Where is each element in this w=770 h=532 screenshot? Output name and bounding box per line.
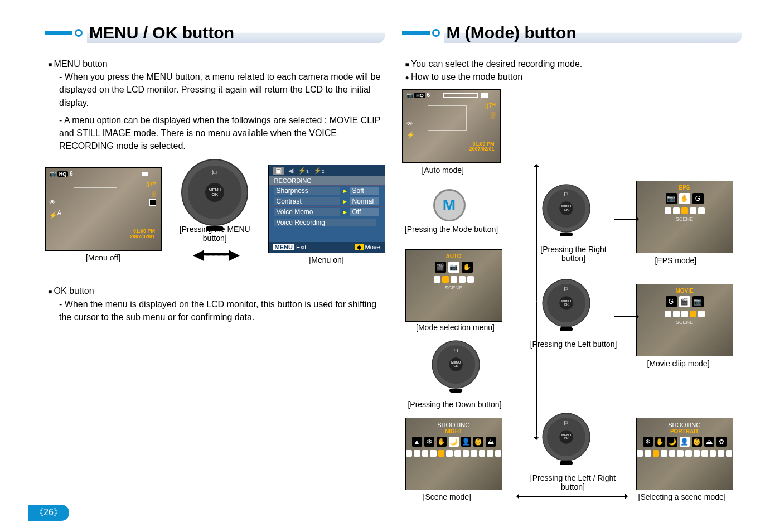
section-heading-left: MENU / OK button [45,22,385,43]
caption-selecting-scene: [Selecting a scene mode] [638,492,726,501]
menu-button-heading: MENU button [48,57,385,70]
caption-pressing-left: [Pressing the Left button] [529,340,618,349]
lcd-eps-mode: EPS 📷✋G ◁▷ SCENE [636,181,733,253]
menu-button-p1: - When you press the MENU button, a menu… [45,70,385,109]
lcd-selecting-scene: SHOOTING PORTRAIT ❄✋🌙👤👶⛰✿ ◁▷ [636,418,733,490]
arrow-double-icon [519,496,625,497]
ok-button-heading: OK button [48,284,385,297]
caption-scene-mode: [Scene mode] [423,492,471,501]
display-icon: |□| [212,169,218,175]
caption-menu-off: [Menu off] [86,253,120,262]
heading-right: M (Mode) button [444,22,743,43]
hand-icon: ☞ [533,298,543,309]
hand-icon: ☞ [474,387,484,399]
menu-ok-center: MENU OK [205,183,224,202]
menu-ok-control-illustration: |□| MENU OK ☞ [188,166,241,219]
caption-menu-on: [Menu on] [309,255,343,264]
mode-button-illustration: M [433,189,466,221]
page-number: 《26》 [28,505,69,521]
heading-left: MENU / OK button [87,22,385,43]
hand-icon: ☞ [246,185,260,201]
intro-bullet: You can select the desired recording mod… [405,57,743,70]
caption-auto-mode: [Auto mode] [422,166,464,175]
hand-icon: ☞ [589,203,599,215]
camera-tab-icon: ▣ [273,167,284,175]
arrow-right-icon [614,219,636,220]
control-left-press: |□| MENU OK ☞ [547,284,585,322]
section-heading-right: M (Mode) button [402,22,743,43]
caption-mode-selection: [Mode selection menu] [408,323,503,332]
flash-icon: ⚡₁ [298,167,309,175]
lcd-scene-mode: SHOOTING NIGHT ▲❄✋🌙👤👶⛰ ◁▷ [405,418,502,490]
menu-button-p2: - A menu option can be displayed when th… [45,114,385,153]
caption-pressing-lr: [Pressing the Left / Right button] [520,473,626,491]
ok-button-p1: - When the menu is displayed on the LCD … [45,298,385,323]
control-lr-press: |□| MENU OK ☞ [547,418,585,456]
caption-eps-mode: [EPS mode] [655,256,697,265]
control-right-press: |□| MENU OK ☞ [547,189,585,228]
menu-section-title: RECORDING [269,176,385,185]
caption-pressing-mode: [Pressing the Mode button] [402,225,501,234]
lcd-mode-selection: AUTO 🎬📷✋ ◁▷ SCENE [405,249,502,322]
lcd-menu-panel: ▣◀⚡₁⚡₂ RECORDING Sharpness▸Soft Contrast… [268,165,385,253]
lcd-auto-mode: 📷 HQ 6 ▯7ᴹ ▒ 👁⚡ 01:00 PM2007/02/01 [402,89,501,163]
caption-movie-mode: [Movie cliip mode] [647,359,710,368]
lcd-preview-menu-off: 📷 HQ 6 ▯7ᴹ ▒ 👁⚡A 01:00 PM2007/02/01 [45,167,162,251]
caption-pressing-down: [Pressing the Down button] [402,400,508,409]
arrow-right-icon [614,316,636,317]
speaker-icon: ◀ [288,167,293,175]
double-arrow-icon: ◀━━━━━▶ [193,246,236,263]
caption-pressing-right: [Pressing the Right button] [529,245,618,263]
flash2-icon: ⚡₂ [313,167,325,175]
control-down-press: |□| MENU OK ☞ [437,345,475,384]
lcd-movie-mode: MOVIE G🎬📷 ◁▷ SCENE [636,284,733,356]
howto-bullet: How to use the mode button [405,70,743,83]
